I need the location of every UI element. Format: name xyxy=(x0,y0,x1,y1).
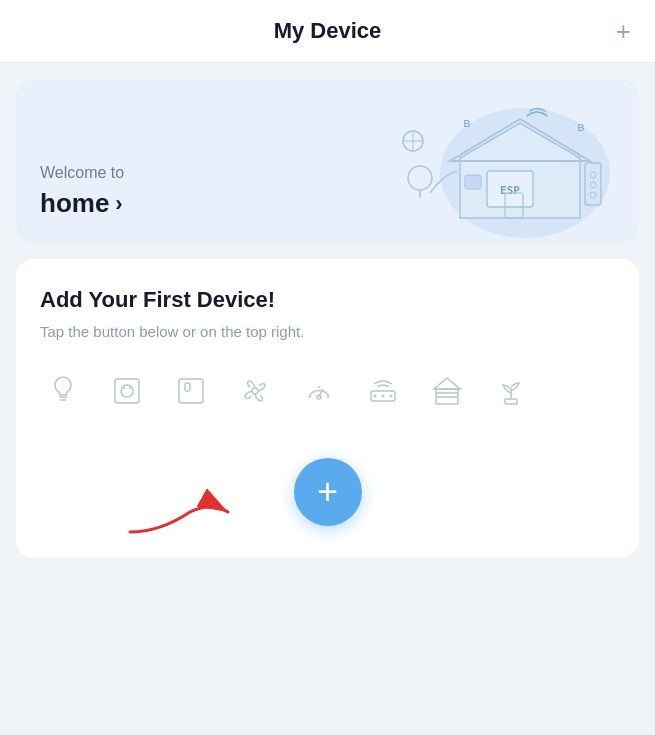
arrow-indicator xyxy=(120,482,240,546)
garage-icon xyxy=(424,368,470,414)
router-icon xyxy=(360,368,406,414)
welcome-label: Welcome to xyxy=(40,164,124,182)
outlet-icon xyxy=(104,368,150,414)
device-icons-row xyxy=(40,368,534,414)
svg-rect-20 xyxy=(115,379,139,403)
welcome-text: Welcome to home › xyxy=(40,164,124,243)
svg-point-9 xyxy=(408,166,432,190)
svg-marker-36 xyxy=(434,378,460,389)
svg-text:ʙ: ʙ xyxy=(463,115,471,130)
plus-icon: + xyxy=(317,474,338,510)
switch-icon xyxy=(168,368,214,414)
svg-text:ʙ: ʙ xyxy=(577,119,585,134)
svg-rect-40 xyxy=(505,399,517,404)
gauge-icon xyxy=(296,368,342,414)
add-device-card: Add Your First Device! Tap the button be… xyxy=(16,259,639,558)
add-device-subtitle: Tap the button below or on the top right… xyxy=(40,323,304,340)
chevron-right-icon: › xyxy=(115,191,122,217)
header-add-button[interactable]: + xyxy=(616,18,631,44)
svg-rect-24 xyxy=(179,379,203,403)
bulb-icon xyxy=(40,368,86,414)
welcome-card: Welcome to home › ESP xyxy=(16,79,639,243)
svg-rect-25 xyxy=(185,383,190,391)
welcome-illustration: ESP ʙ ʙ xyxy=(375,103,615,243)
add-device-title: Add Your First Device! xyxy=(40,287,275,313)
svg-text:ESP: ESP xyxy=(500,184,520,197)
fan-icon xyxy=(232,368,278,414)
plant-icon xyxy=(488,368,534,414)
svg-point-21 xyxy=(121,385,133,397)
svg-point-26 xyxy=(252,388,258,394)
svg-rect-6 xyxy=(465,175,481,189)
add-button-area: + xyxy=(40,458,615,526)
home-link[interactable]: home › xyxy=(40,188,124,219)
page-title: My Device xyxy=(274,18,382,44)
main-content: Welcome to home › ESP xyxy=(0,63,655,574)
header: My Device + xyxy=(0,0,655,63)
add-device-button[interactable]: + xyxy=(294,458,362,526)
